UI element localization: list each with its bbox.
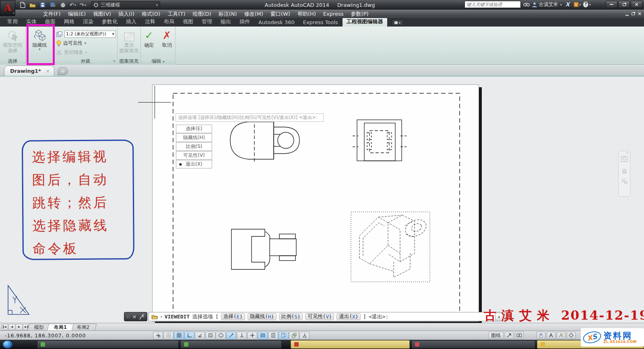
scale-dropdown[interactable]: 1:2 (来自父视图(F)) ▼ (64, 31, 116, 38)
command-history-button[interactable]: ▲ (495, 313, 503, 320)
menu-tools[interactable]: 工具(T) (164, 10, 189, 18)
drag-handle-icon[interactable] (127, 316, 130, 318)
paper-model-button[interactable]: 图纸 (488, 332, 504, 339)
tab-layout1[interactable]: 布局1 (47, 324, 74, 331)
save-as-button[interactable] (49, 1, 57, 8)
redo-button[interactable]: ↷ ▼ (79, 1, 87, 8)
pan-hand-icon[interactable] (621, 166, 628, 174)
workspace-switch-button[interactable] (567, 332, 576, 339)
menu-edit[interactable]: 编辑(E) (64, 10, 89, 18)
menu-view[interactable]: 视图(V) (89, 10, 115, 18)
next-tab-button[interactable]: ▶ (16, 324, 23, 330)
transparency-toggle[interactable] (268, 332, 278, 339)
viewport-lock-button[interactable] (537, 332, 545, 339)
undo-button[interactable]: ↶ ▼ (69, 1, 77, 8)
option-visibility[interactable]: 可见性(V) (176, 151, 212, 160)
isometric-view-selected[interactable] (351, 212, 430, 282)
model-space-select-button[interactable]: 模型空间 选择 (1, 28, 25, 58)
taskbar-app-4[interactable] (411, 340, 535, 349)
cmd-option-exit[interactable]: 退出(X) (336, 313, 361, 320)
tab-view[interactable]: 视图 (179, 17, 197, 27)
restore-button[interactable] (618, 1, 630, 8)
open-file-button[interactable] (29, 1, 37, 8)
navigation-bar[interactable]: × (618, 151, 630, 197)
tab-render[interactable]: 渲染 (79, 17, 97, 27)
tab-output[interactable]: 输出 (217, 17, 235, 27)
menu-draw[interactable]: 绘图(D) (189, 10, 215, 18)
menu-format[interactable]: 格式(O) (138, 10, 164, 18)
quick-view-layouts-button[interactable] (505, 332, 514, 339)
panel-footer-edit[interactable]: 编辑 ▾ (141, 58, 175, 65)
new-drawing-tab-button[interactable]: + (58, 67, 68, 75)
doc-restore-icon[interactable] (632, 12, 635, 15)
cmd-option-select[interactable]: 选择(E) (221, 313, 245, 320)
otrack-toggle[interactable] (226, 332, 236, 339)
tab-layout2[interactable]: 布局2 (70, 324, 97, 331)
new-file-button[interactable] (19, 1, 27, 8)
tab-plugins[interactable]: 插件 (235, 17, 254, 27)
taskbar-app-2[interactable] (180, 340, 282, 349)
dynamic-input-toggle[interactable] (247, 332, 257, 339)
dialog-launcher-icon[interactable]: ↘ (112, 57, 116, 64)
tab-parametric[interactable]: 参数化 (98, 17, 122, 27)
close-icon[interactable]: × (46, 68, 50, 74)
exchange-apps-button[interactable]: X (564, 1, 572, 8)
tab-annotate[interactable]: 注释 (141, 17, 159, 27)
tab-mesh[interactable]: 网格 (60, 17, 78, 27)
cmd-option-hidden-lines[interactable]: 隐藏线(H) (248, 313, 277, 320)
ribbon-minimize-button[interactable]: ▼ (392, 19, 404, 26)
option-select[interactable]: 选择(E) (176, 125, 212, 133)
panel-footer-select[interactable]: 选择 (0, 58, 25, 65)
doc-minimize-icon[interactable] (625, 15, 629, 16)
option-scale[interactable]: 比例(S) (176, 142, 212, 151)
tab-layout[interactable]: 布局 (160, 17, 178, 27)
help-button[interactable]: ? ▼ (583, 1, 591, 8)
grid-toggle[interactable] (174, 332, 184, 339)
recent-commands-icon[interactable] (151, 314, 158, 319)
ortho-toggle[interactable] (184, 332, 194, 339)
viewport-border[interactable] (173, 93, 460, 313)
top-view[interactable] (353, 120, 407, 161)
show-hatch-button[interactable]: 显示 图案填充 (118, 28, 140, 58)
application-menu-button[interactable]: A ▾ (0, 0, 15, 16)
ducs-toggle[interactable] (237, 332, 247, 339)
menu-express[interactable]: Express (320, 10, 347, 18)
quick-view-drawings-button[interactable] (515, 332, 524, 339)
option-hidden-lines[interactable]: 隐藏线(H) (176, 133, 212, 142)
cancel-button[interactable]: ✗ 取消 (159, 28, 175, 58)
close-icon[interactable]: × (626, 151, 629, 155)
update-button[interactable]: ↓ ▼ (573, 1, 581, 8)
plot-button[interactable] (59, 1, 67, 8)
panel-footer-appearance[interactable]: 外观 ↘ (54, 58, 117, 65)
menu-insert[interactable]: 插入(I) (115, 10, 138, 18)
command-input-bar[interactable]: ▼ VIEWEDIT 选择选项 [ 选择(E) 隐藏线(H) 比例(S) 可见性… (149, 312, 505, 321)
annotation-monitor-toggle[interactable] (299, 332, 310, 339)
taskbar-app-1[interactable] (37, 340, 179, 349)
tab-solid[interactable]: 实体 (22, 17, 41, 27)
chevron-down-icon[interactable]: ▼ (161, 315, 162, 318)
taskbar-app-3[interactable] (291, 340, 410, 349)
cmd-option-visibility[interactable]: 可见性(V) (305, 313, 334, 320)
search-input[interactable] (464, 1, 521, 8)
side-view[interactable] (231, 229, 296, 269)
workspace-dropdown[interactable]: 三维建模 ▼ (91, 1, 160, 8)
annotation-scale-button[interactable] (547, 332, 555, 339)
hidden-lines-button[interactable]: 隐藏线 ▾ (28, 28, 52, 58)
tab-insert[interactable]: 插入 (122, 17, 140, 27)
search-button[interactable] (522, 1, 530, 8)
doc-close-icon[interactable]: × (638, 11, 642, 16)
front-view[interactable] (230, 119, 299, 162)
tab-autodesk360[interactable]: Autodesk 360 (254, 18, 299, 27)
zoom-extents-icon[interactable] (621, 178, 628, 184)
prev-tab-button[interactable]: ◀ (8, 324, 15, 330)
edge-visibility-button[interactable]: 边可见性 ▾ (56, 39, 116, 47)
menu-dimension[interactable]: 标注(N) (215, 10, 241, 18)
menu-window[interactable]: 窗口(W) (267, 10, 294, 18)
quick-properties-toggle[interactable] (279, 332, 289, 339)
ok-button[interactable]: ✓ 确定 (141, 28, 157, 58)
osnap-toggle[interactable] (205, 332, 215, 339)
selection-cycling-toggle[interactable] (289, 332, 299, 339)
close-icon[interactable]: × (132, 314, 136, 320)
menu-help[interactable]: 帮助(H) (294, 10, 320, 18)
file-tab-drawing1[interactable]: Drawing1* × (4, 66, 54, 76)
